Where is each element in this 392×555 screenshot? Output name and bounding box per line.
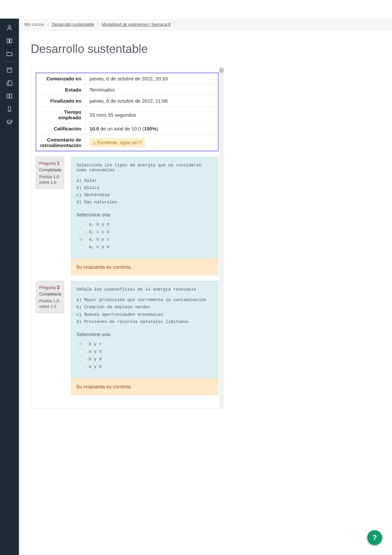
breadcrumb-section[interactable]: Modalidad de exámenes | Semana 6	[102, 22, 171, 27]
answer-radio[interactable]	[78, 245, 83, 249]
profile-icon[interactable]	[0, 21, 19, 34]
answer-radio[interactable]	[78, 342, 83, 346]
top-gap	[0, 0, 392, 19]
summary-value: Terminados	[85, 84, 218, 95]
select-one-label: Seleccione una:	[76, 212, 213, 217]
answer-text: b y d	[89, 357, 102, 362]
question-sidebar: Pregunta 1CompletadaPuntúa 1.0 sobre 1.0	[36, 157, 64, 189]
summary-label: Comentario de retroalimentación	[36, 134, 85, 151]
svg-point-3	[9, 110, 10, 111]
question-sidebar: Pregunta 2CompletadaPuntúa 1.0 sobre 1.0	[36, 281, 64, 313]
question-items: a) Mayor producción que incrementa la co…	[76, 296, 213, 325]
answer-text: a, b y d	[89, 222, 109, 227]
question-number: 1	[57, 160, 59, 166]
summary-feedback: ¡¡ Excelente, sigue así !!	[85, 134, 218, 151]
answer-option[interactable]: b y d	[76, 355, 213, 363]
question-items: a) Solarb) Eólicac) Geotérmicad) Gas nat…	[76, 177, 213, 206]
feedback-badge: ¡¡ Excelente, sigue así !!	[90, 138, 145, 147]
summary-label: Comenzado en	[36, 73, 85, 84]
answer-text: a, b y c	[89, 237, 109, 242]
calendar-icon[interactable]	[0, 63, 19, 76]
summary-grade: 10.0 de un total de 10.0 (100%)	[85, 123, 218, 134]
summary-value: jueves, 6 de octubre de 2022, 21:06	[85, 95, 218, 107]
question-points: Puntúa 1.0 sobre 1.0	[39, 298, 61, 310]
answer-radio[interactable]	[78, 349, 83, 354]
answer-radio[interactable]	[78, 230, 83, 234]
select-one-label: Seleccione una:	[76, 331, 213, 337]
question-body: Señala los cobeneficios de la energía re…	[71, 281, 219, 378]
question-number: 2	[57, 284, 59, 290]
answer-text: b, c y d	[89, 229, 109, 234]
svg-point-0	[8, 25, 10, 28]
breadcrumb: Mis cursos / Desarrollo sustentable / Mo…	[19, 19, 392, 30]
graduation-icon[interactable]	[0, 116, 19, 129]
answer-option[interactable]: b, c y d	[76, 228, 213, 236]
breadcrumb-course[interactable]: Desarrollo sustentable	[52, 22, 94, 27]
summary-label: Calificación	[36, 123, 85, 134]
answer-option[interactable]: a y b	[76, 363, 213, 370]
question-label: Pregunta	[39, 285, 57, 290]
answer-radio[interactable]	[78, 357, 83, 361]
answer-text: a y d	[89, 349, 102, 354]
answer-text: b y c	[89, 342, 102, 346]
question-body: Selecciona los tipos de energía que se c…	[71, 157, 219, 258]
svg-rect-1	[7, 68, 12, 73]
summary-value: jueves, 6 de octubre de 2022, 20:33	[85, 73, 218, 84]
answer-option[interactable]: a y d	[76, 348, 213, 355]
answer-radio[interactable]	[78, 364, 83, 369]
question-prompt: Selecciona los tipos de energía que se c…	[76, 163, 213, 173]
scroll-rail[interactable]	[219, 67, 224, 408]
answer-text: a, c y d	[89, 244, 109, 249]
question-block: Pregunta 1CompletadaPuntúa 1.0 sobre 1.0…	[36, 157, 219, 276]
sidebar-divider	[3, 62, 16, 62]
answer-option[interactable]: b y c	[76, 340, 213, 348]
summary-label: Finalizado en	[36, 95, 85, 107]
attempt-summary-table: Comenzado en jueves, 6 de octubre de 202…	[36, 73, 219, 151]
files-icon[interactable]	[0, 76, 19, 90]
answer-option[interactable]: a, b y c	[76, 236, 213, 243]
answer-radio[interactable]	[78, 222, 83, 227]
question-block: Pregunta 2CompletadaPuntúa 1.0 sobre 1.0…	[36, 281, 219, 395]
answer-option[interactable]: a, c y d	[76, 243, 213, 251]
question-state: Completada	[39, 292, 61, 296]
mobile-icon[interactable]	[0, 103, 19, 116]
answer-radio[interactable]	[78, 237, 83, 242]
question-label: Pregunta	[39, 161, 57, 166]
answer-feedback: Su respuesta es correcta.	[71, 258, 219, 276]
page: Desarrollo sustentable Comenzado en juev…	[19, 30, 248, 420]
book-icon[interactable]	[0, 34, 19, 47]
page-title: Desarrollo sustentable	[31, 42, 236, 56]
breadcrumb-root: Mis cursos	[24, 22, 44, 27]
question-prompt: Señala los cobeneficios de la energía re…	[76, 287, 213, 292]
sidebar	[0, 19, 19, 420]
summary-label: Estado	[36, 84, 85, 95]
question-state: Completada	[39, 168, 61, 172]
answer-text: a y b	[89, 364, 102, 369]
answer-option[interactable]: a, b y d	[76, 221, 213, 228]
courses-icon[interactable]	[0, 90, 19, 103]
question-points: Puntúa 1.0 sobre 1.0	[39, 174, 61, 185]
summary-value: 33 mins 55 segundos	[85, 107, 218, 123]
scroll-thumb[interactable]	[219, 68, 224, 73]
content-frame: Comenzado en jueves, 6 de octubre de 202…	[31, 67, 223, 409]
folder-icon[interactable]	[0, 47, 19, 60]
summary-label: Tiempo empleado	[36, 107, 85, 123]
answer-feedback: Su respuesta es correcta.	[71, 378, 219, 395]
